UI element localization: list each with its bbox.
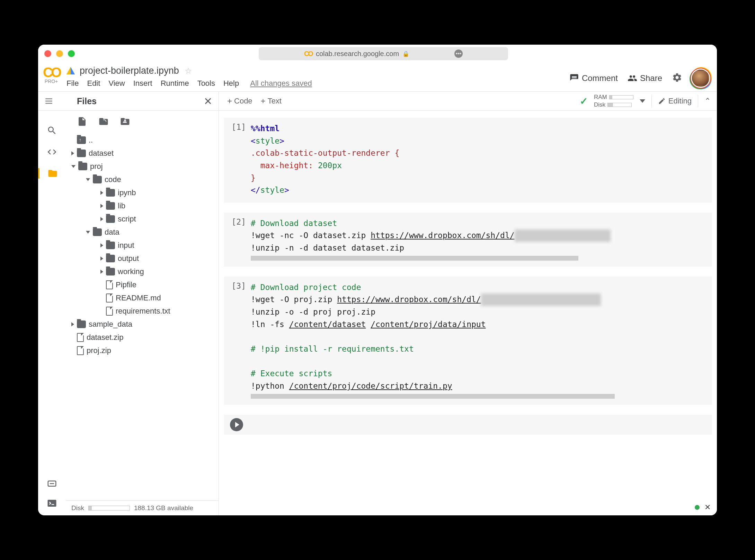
code-cell[interactable]: [1]%%html<style>.colab-static-output-ren… bbox=[224, 118, 712, 203]
mount-drive-button[interactable] bbox=[120, 116, 130, 128]
horizontal-scrollbar[interactable] bbox=[251, 256, 578, 261]
disk-available: 188.13 GB available bbox=[134, 504, 193, 512]
expand-arrow-icon[interactable] bbox=[100, 243, 103, 247]
add-text-button[interactable]: + Text bbox=[261, 96, 282, 106]
close-panel-button[interactable]: ✕ bbox=[204, 95, 212, 107]
resource-monitor[interactable]: RAM Disk bbox=[594, 94, 633, 108]
expand-arrow-icon[interactable] bbox=[100, 256, 103, 261]
code-cell[interactable]: [3]# Download project code!wget -O proj.… bbox=[224, 277, 712, 405]
keyboard-icon bbox=[47, 478, 57, 488]
notebook-title[interactable]: project-boilerplate.ipynb bbox=[80, 65, 179, 76]
tree-item[interactable]: output bbox=[69, 252, 216, 265]
folder-icon bbox=[106, 202, 115, 210]
tree-item[interactable]: data bbox=[69, 226, 216, 239]
user-avatar[interactable] bbox=[692, 70, 709, 87]
tree-item[interactable]: lib bbox=[69, 199, 216, 213]
rail-snippets[interactable] bbox=[38, 147, 66, 157]
url-host: colab.research.google.com bbox=[316, 50, 399, 58]
rail-terminal[interactable] bbox=[47, 498, 57, 508]
horizontal-scrollbar[interactable] bbox=[251, 394, 615, 399]
tree-item[interactable]: requirements.txt bbox=[69, 305, 216, 318]
code-editor[interactable]: %%html<style>.colab-static-output-render… bbox=[251, 123, 706, 197]
header: CO PRO+ project-boilerplate.ipynb ☆ File… bbox=[38, 63, 717, 88]
tree-item-label: proj bbox=[90, 162, 103, 171]
rail-command[interactable] bbox=[47, 478, 57, 488]
tree-item[interactable]: Pipfile bbox=[69, 278, 216, 291]
file-tree[interactable]: ↑..datasetprojcodeipynblibscriptdatainpu… bbox=[66, 134, 219, 500]
menu-tools[interactable]: Tools bbox=[197, 79, 215, 88]
separator bbox=[651, 95, 652, 107]
code-cell[interactable]: [2]# Download dataset!wget -nc -O datase… bbox=[224, 213, 712, 267]
tree-item[interactable]: README.md bbox=[69, 291, 216, 305]
expand-arrow-icon[interactable] bbox=[86, 231, 90, 234]
tree-item-label: dataset bbox=[89, 149, 114, 158]
tree-item[interactable]: code bbox=[69, 173, 216, 186]
tree-item-label: requirements.txt bbox=[116, 307, 170, 316]
plus-icon: + bbox=[227, 96, 232, 106]
pencil-icon bbox=[658, 97, 666, 105]
interrupt-button[interactable]: ✕ bbox=[704, 503, 711, 512]
folder-icon bbox=[106, 189, 115, 197]
window-maximize-button[interactable] bbox=[68, 50, 75, 57]
toc-icon[interactable] bbox=[44, 97, 53, 106]
reader-icon[interactable]: ••• bbox=[454, 49, 463, 58]
menu-file[interactable]: File bbox=[66, 79, 79, 88]
collapse-header-button[interactable]: ⌃ bbox=[704, 97, 711, 106]
tree-item[interactable]: dataset.zip bbox=[69, 331, 216, 344]
expand-arrow-icon[interactable] bbox=[71, 322, 74, 326]
tree-item[interactable]: ↑.. bbox=[69, 134, 216, 147]
refresh-button[interactable] bbox=[98, 116, 109, 128]
tree-item[interactable]: proj.zip bbox=[69, 344, 216, 357]
menu-edit[interactable]: Edit bbox=[87, 79, 100, 88]
colab-logo-icon: CO bbox=[43, 67, 60, 78]
window-minimize-button[interactable] bbox=[56, 50, 63, 57]
upload-file-button[interactable] bbox=[77, 116, 87, 128]
menu-help[interactable]: Help bbox=[223, 79, 239, 88]
run-cell-button[interactable] bbox=[230, 418, 243, 431]
tree-item[interactable]: dataset bbox=[69, 147, 216, 160]
expand-arrow-icon[interactable] bbox=[100, 270, 103, 274]
code-editor[interactable]: # Download project code!wget -O proj.zip… bbox=[251, 281, 706, 392]
expand-arrow-icon[interactable] bbox=[71, 151, 74, 155]
notebook-content[interactable]: [1]%%html<style>.colab-static-output-ren… bbox=[219, 111, 717, 515]
colab-logo[interactable]: CO PRO+ bbox=[43, 67, 60, 84]
tree-item[interactable]: ipynb bbox=[69, 186, 216, 199]
menu-runtime[interactable]: Runtime bbox=[161, 79, 189, 88]
window-close-button[interactable] bbox=[44, 50, 51, 57]
expand-arrow-icon[interactable] bbox=[100, 204, 103, 208]
add-code-button[interactable]: + Code bbox=[227, 96, 252, 106]
expand-arrow-icon[interactable] bbox=[86, 178, 90, 181]
expand-arrow-icon[interactable] bbox=[100, 191, 103, 195]
rail-search[interactable] bbox=[38, 125, 66, 136]
url-bar[interactable]: CO colab.research.google.com 🔒 ••• bbox=[259, 47, 508, 60]
svg-rect-2 bbox=[48, 500, 56, 507]
expand-arrow-icon[interactable] bbox=[71, 165, 76, 168]
lock-icon: 🔒 bbox=[402, 51, 409, 57]
runtime-dropdown-icon[interactable] bbox=[640, 99, 645, 103]
app-window: CO colab.research.google.com 🔒 ••• CO PR… bbox=[38, 45, 717, 515]
tree-item[interactable]: script bbox=[69, 213, 216, 226]
kernel-status-icon bbox=[695, 505, 700, 510]
rail-files[interactable] bbox=[38, 168, 66, 179]
tree-item[interactable]: sample_data bbox=[69, 318, 216, 331]
editing-mode-button[interactable]: Editing bbox=[658, 97, 692, 106]
file-icon bbox=[106, 293, 113, 302]
share-button[interactable]: Share bbox=[628, 73, 662, 83]
disk-footer-label: Disk bbox=[71, 504, 84, 512]
expand-arrow-icon[interactable] bbox=[100, 217, 103, 221]
settings-button[interactable] bbox=[672, 72, 682, 84]
empty-cell[interactable] bbox=[224, 415, 712, 435]
comment-label: Comment bbox=[582, 73, 618, 83]
save-status: All changes saved bbox=[250, 79, 312, 88]
menu-view[interactable]: View bbox=[108, 79, 125, 88]
folder-icon bbox=[93, 176, 102, 183]
disk-usage-bar bbox=[88, 506, 130, 511]
tree-item[interactable]: input bbox=[69, 239, 216, 252]
comment-button[interactable]: Comment bbox=[569, 73, 618, 83]
check-icon: ✓ bbox=[580, 96, 588, 107]
tree-item[interactable]: working bbox=[69, 265, 216, 278]
star-icon[interactable]: ☆ bbox=[185, 66, 192, 76]
tree-item[interactable]: proj bbox=[69, 160, 216, 173]
menu-insert[interactable]: Insert bbox=[133, 79, 152, 88]
code-editor[interactable]: # Download dataset!wget -nc -O dataset.z… bbox=[251, 217, 706, 254]
